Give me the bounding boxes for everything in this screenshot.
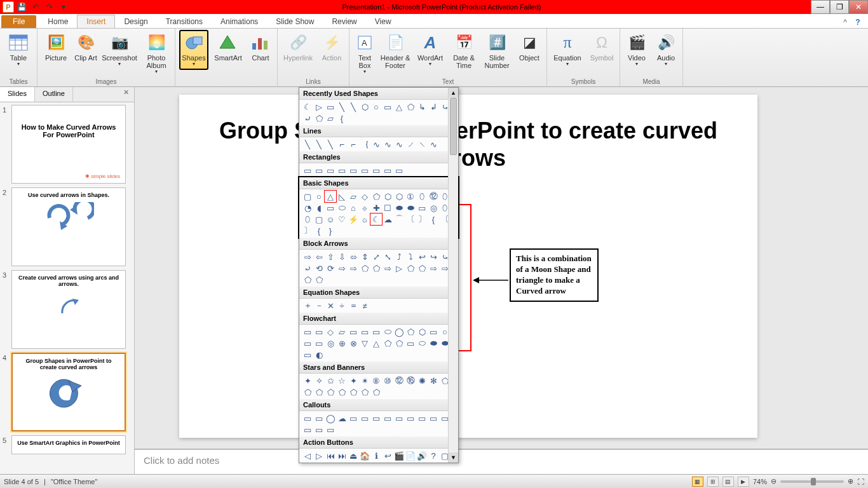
shapes-lines[interactable]: ╲╲╲⌐⌐｛∿∿∿⟋⟍∿ (299, 137, 458, 151)
qat-more-icon[interactable]: ▾ (57, 1, 70, 13)
tab-slideshow[interactable]: Slide Show (267, 15, 323, 28)
photoalbum-button[interactable]: 🌅Photo Album▾ (142, 30, 171, 75)
status-theme: "Office Theme" (51, 478, 97, 485)
maximize-button[interactable]: ❐ (830, 0, 849, 14)
slide-title[interactable]: Group Shapes in PowerPoint to create cur… (217, 117, 719, 172)
wordart-button[interactable]: AWordArt▾ (414, 30, 446, 67)
minimize-ribbon-icon[interactable]: ^ (840, 18, 850, 28)
headerfooter-icon: 📄 (385, 32, 405, 53)
group-images: 🖼️Picture 🎨Clip Art 📷Screenshot▾ 🌅Photo … (37, 29, 175, 86)
tab-animations[interactable]: Animations (212, 15, 267, 28)
zoom-level: 74% (753, 478, 767, 485)
shapes-equation[interactable]: ＋－✕÷＝≠ (299, 299, 458, 313)
group-symbols: πEquation▾ ΩSymbol Symbols (547, 29, 620, 86)
fit-window-button[interactable]: ⛶ (857, 478, 864, 485)
panel-close-icon[interactable]: ✕ (118, 87, 134, 102)
scroll-thumb[interactable] (450, 98, 457, 155)
object-button[interactable]: ◪Object (516, 30, 543, 62)
undo-icon[interactable]: ↶ (29, 1, 42, 13)
slide-thumb-3[interactable]: Create curved arrows using arcs and arro… (11, 270, 126, 349)
audio-button[interactable]: 🔊Audio▾ (653, 30, 679, 67)
panel-tab-slides[interactable]: Slides (0, 87, 35, 102)
tab-design[interactable]: Design (115, 15, 156, 28)
slidenumber-button[interactable]: #️⃣Slide Number (482, 30, 512, 69)
action-button: ⚡Action (318, 30, 345, 62)
shapes-flowchart[interactable]: ▭▭◇▱▭▭▭⬭◯⬠⬡▭○▭▭◎⊕⊗▽△⬠⬠▭⬭⬬⬬▭◐ (299, 325, 458, 362)
svg-marker-16 (72, 299, 79, 305)
shapes-recent[interactable]: ☾▷▭╲╲⬡○▭△⬠↳↲⤿⤾⬠▱{ (299, 100, 458, 125)
tab-file[interactable]: File (1, 15, 36, 28)
shapes-block[interactable]: ⇨⇦⇧⇩⬄⇕⤢⤡⤴⤵↩↪⤿⤾⟲⟳⇨⇨⬠⬠⇨▷⬠⬠⇨⇨⬠⬠ (299, 250, 458, 287)
redo-icon[interactable]: ↷ (43, 1, 56, 13)
tab-view[interactable]: View (366, 15, 400, 28)
view-slideshow-button[interactable]: ▶ (738, 477, 749, 487)
screenshot-button[interactable]: 📷Screenshot▾ (101, 30, 138, 67)
video-button[interactable]: 🎬Video▾ (624, 30, 649, 67)
panel-tab-outline[interactable]: Outline (35, 87, 73, 102)
svg-rect-10 (258, 38, 262, 50)
chart-button[interactable]: Chart (248, 30, 273, 62)
equation-button[interactable]: πEquation▾ (551, 30, 584, 67)
symbol-button: ΩSymbol (588, 30, 616, 62)
current-slide[interactable]: Group Shapes in PowerPoint to create cur… (179, 95, 757, 438)
zoom-slider[interactable] (780, 480, 844, 483)
slide-thumb-4[interactable]: Group Shapes in PowerPoint to create cur… (11, 353, 126, 431)
status-slide: Slide 4 of 5 (4, 478, 39, 485)
help-icon[interactable]: ? (853, 18, 863, 28)
group-text: AText Box▾ 📄Header & Footer AWordArt▾ 📅D… (349, 29, 547, 86)
svg-marker-8 (220, 36, 235, 48)
annotation-box: This is a combination of a Moon Shape an… (510, 248, 599, 302)
textbox-icon: A (355, 32, 375, 53)
view-reading-button[interactable]: ▤ (722, 477, 734, 487)
panel-tabs: Slides Outline ✕ (0, 87, 134, 102)
window-title: Presentation1 - Microsoft PowerPoint (Pr… (72, 3, 811, 11)
tab-insert[interactable]: Insert (77, 15, 115, 28)
textbox-button[interactable]: AText Box▾ (353, 30, 376, 75)
close-button[interactable]: ✕ (849, 0, 868, 14)
group-media: 🎬Video▾ 🔊Audio▾ Media (620, 29, 683, 86)
shapes-action[interactable]: ◁▷⏮⏭⏏🏠ℹ↩🎬📄🔊?▢ (299, 449, 458, 463)
scroll-down-icon[interactable]: ▼ (449, 452, 458, 463)
smartart-icon (218, 32, 238, 53)
annotation-arrow-icon (471, 274, 510, 287)
svg-rect-5 (10, 35, 27, 39)
shapes-scrollbar[interactable]: ▲ ▼ (448, 88, 458, 463)
clipart-icon: 🎨 (76, 32, 96, 53)
workspace: Slides Outline ✕ 1 How to Make Curved Ar… (0, 87, 868, 474)
tab-review[interactable]: Review (323, 15, 365, 28)
thumbnail-list: 1 How to Make Curved Arrows For PowerPoi… (0, 102, 134, 474)
save-icon[interactable]: 💾 (15, 1, 28, 13)
scroll-up-icon[interactable]: ▲ (449, 88, 458, 98)
group-tables: Table▾ Tables (0, 29, 37, 86)
headerfooter-button[interactable]: 📄Header & Footer (380, 30, 410, 69)
minimize-button[interactable]: — (811, 0, 830, 14)
table-button[interactable]: Table▾ (4, 30, 33, 67)
shapes-callouts[interactable]: ▭▭◯☁▭▭▭▭▭▭▭▭▭▭▭▭ (299, 411, 458, 437)
view-normal-button[interactable]: ▦ (692, 477, 703, 487)
shapes-rectangles[interactable]: ▭▭▭▭▭▭▭▭▭ (299, 163, 458, 177)
title-bar: P 💾 ↶ ↷ ▾ Presentation1 - Microsoft Powe… (0, 0, 868, 14)
editor-area: Group Shapes in PowerPoint to create cur… (135, 87, 868, 474)
hyperlink-icon: 🔗 (288, 32, 308, 53)
shapes-icon (184, 32, 204, 53)
slide-thumb-2[interactable]: Use curved arrows in Shapes. (11, 187, 126, 266)
picture-button[interactable]: 🖼️Picture (41, 30, 71, 62)
picture-icon: 🖼️ (46, 32, 66, 53)
zoom-in-button[interactable]: ⊕ (848, 477, 853, 485)
zoom-out-button[interactable]: ⊖ (771, 477, 776, 485)
slide-thumb-1[interactable]: How to Make Curved Arrows For PowerPoint… (11, 105, 126, 184)
window-controls: — ❐ ✕ (811, 0, 868, 14)
shapes-button[interactable]: Shapes▾ (179, 30, 208, 70)
smartart-button[interactable]: SmartArt (212, 30, 244, 62)
view-sorter-button[interactable]: ⊞ (707, 477, 719, 487)
tab-transitions[interactable]: Transitions (157, 15, 212, 28)
shapes-basic[interactable]: ▢○△◺▱◇⬠⬡⬡①⬯⑫⬯◔◖▭⬭⌂⟐✚☐⬬⬬▭◎⬯⬯▢☺♡⚡☼☾☁⌒〔〕{〔〕… (299, 189, 458, 238)
tab-home[interactable]: Home (39, 15, 77, 28)
wordart-icon: A (420, 32, 440, 53)
audio-icon: 🔊 (656, 32, 676, 53)
notes-pane[interactable]: Click to add notes (135, 449, 868, 474)
datetime-button[interactable]: 📅Date & Time (450, 30, 478, 69)
shapes-stars[interactable]: ✦✧✩☆✦✴⑧⑩⑫⑯✺✻⬠⬠⬠⬠⬠⬠⬠⬠ (299, 374, 458, 399)
slide-thumb-5[interactable]: Use SmartArt Graphics in PowerPoint (11, 435, 126, 454)
clipart-button[interactable]: 🎨Clip Art (74, 30, 97, 62)
